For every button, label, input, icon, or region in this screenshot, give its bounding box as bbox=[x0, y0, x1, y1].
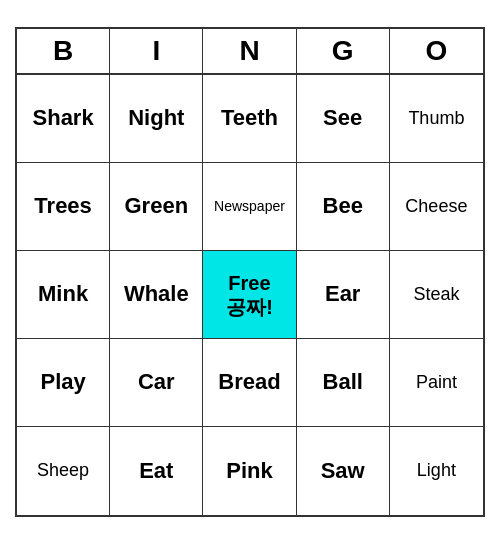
bingo-card: BINGO SharkNightTeethSeeThumbTreesGreenN… bbox=[15, 27, 485, 517]
bingo-cell: Light bbox=[390, 427, 483, 515]
bingo-header-letter: G bbox=[297, 29, 390, 73]
bingo-header-letter: I bbox=[110, 29, 203, 73]
bingo-cell: Play bbox=[17, 339, 110, 427]
bingo-cell: Eat bbox=[110, 427, 203, 515]
bingo-cell: Trees bbox=[17, 163, 110, 251]
bingo-header-letter: O bbox=[390, 29, 483, 73]
bingo-cell: Newspaper bbox=[203, 163, 296, 251]
bingo-cell: Bread bbox=[203, 339, 296, 427]
bingo-cell: Mink bbox=[17, 251, 110, 339]
bingo-cell: Thumb bbox=[390, 75, 483, 163]
bingo-cell: Teeth bbox=[203, 75, 296, 163]
bingo-cell: Green bbox=[110, 163, 203, 251]
bingo-cell: Paint bbox=[390, 339, 483, 427]
bingo-cell: Shark bbox=[17, 75, 110, 163]
bingo-header-letter: N bbox=[203, 29, 296, 73]
bingo-cell: Whale bbox=[110, 251, 203, 339]
bingo-grid: SharkNightTeethSeeThumbTreesGreenNewspap… bbox=[17, 75, 483, 515]
bingo-header: BINGO bbox=[17, 29, 483, 75]
bingo-cell: Sheep bbox=[17, 427, 110, 515]
bingo-cell: See bbox=[297, 75, 390, 163]
bingo-cell: Ear bbox=[297, 251, 390, 339]
bingo-cell: Cheese bbox=[390, 163, 483, 251]
bingo-cell: Saw bbox=[297, 427, 390, 515]
bingo-header-letter: B bbox=[17, 29, 110, 73]
bingo-cell: Bee bbox=[297, 163, 390, 251]
bingo-cell: Pink bbox=[203, 427, 296, 515]
bingo-cell: Ball bbox=[297, 339, 390, 427]
bingo-cell: Night bbox=[110, 75, 203, 163]
bingo-cell: Car bbox=[110, 339, 203, 427]
bingo-cell: Free 공짜! bbox=[203, 251, 296, 339]
bingo-cell: Steak bbox=[390, 251, 483, 339]
